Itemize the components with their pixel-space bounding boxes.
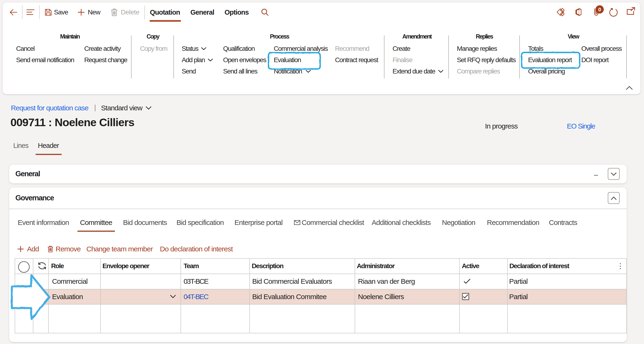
svg-text:0: 0 bbox=[598, 6, 601, 12]
